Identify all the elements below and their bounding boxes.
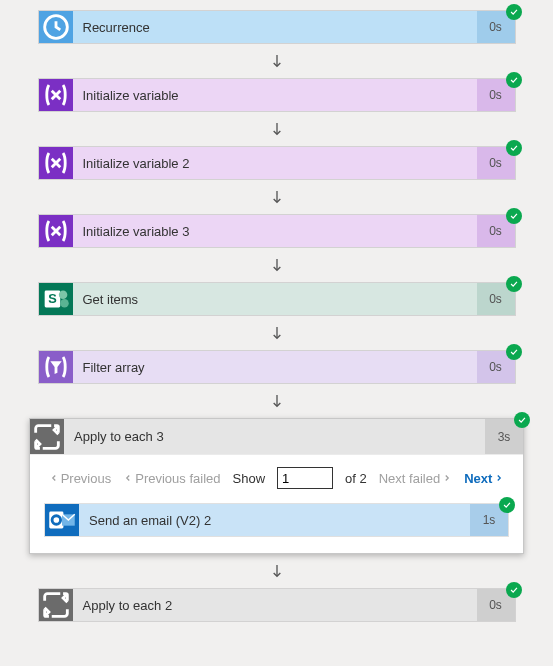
loop-pager: Previous Previous failed Show of 2 Next …	[30, 455, 523, 503]
arrow-down-icon	[269, 44, 285, 78]
variable-icon	[39, 79, 73, 111]
success-badge-icon	[506, 276, 522, 292]
pager-previous-failed[interactable]: Previous failed	[123, 471, 220, 486]
loop-inner: Send an email (V2) 2 1s	[30, 503, 523, 553]
pager-next-failed[interactable]: Next failed	[379, 471, 452, 486]
clock-icon	[39, 11, 73, 43]
arrow-down-icon	[269, 316, 285, 350]
variable-icon	[39, 215, 73, 247]
pager-previous[interactable]: Previous	[49, 471, 112, 486]
pager-previous-failed-label: Previous failed	[135, 471, 220, 486]
pager-current-input[interactable]	[277, 467, 333, 489]
arrow-down-icon	[269, 248, 285, 282]
arrow-down-icon	[269, 112, 285, 146]
step-title: Initialize variable 2	[73, 147, 477, 179]
step-initialize-variable[interactable]: Initialize variable 0s	[38, 78, 516, 112]
loop-icon	[39, 589, 73, 621]
svg-text:S: S	[48, 291, 57, 306]
step-get-items[interactable]: S Get items 0s	[38, 282, 516, 316]
step-title: Filter array	[73, 351, 477, 383]
success-badge-icon	[506, 208, 522, 224]
step-initialize-variable-2[interactable]: Initialize variable 2 0s	[38, 146, 516, 180]
step-apply-to-each-2[interactable]: Apply to each 2 0s	[38, 588, 516, 622]
pager-previous-label: Previous	[61, 471, 112, 486]
step-title: Apply to each 3	[64, 419, 485, 454]
step-title: Recurrence	[73, 11, 477, 43]
step-apply-to-each-3-card: Apply to each 3 3s Previous Previous fai…	[29, 418, 524, 554]
step-recurrence[interactable]: Recurrence 0s	[38, 10, 516, 44]
step-title: Send an email (V2) 2	[79, 504, 470, 536]
chevron-right-icon	[442, 473, 452, 483]
svg-point-4	[60, 299, 69, 308]
success-badge-icon	[506, 344, 522, 360]
success-badge-icon	[506, 582, 522, 598]
success-badge-icon	[514, 412, 530, 428]
success-badge-icon	[499, 497, 515, 513]
arrow-down-icon	[269, 554, 285, 588]
variable-icon	[39, 147, 73, 179]
chevron-right-icon	[494, 473, 504, 483]
step-title: Get items	[73, 283, 477, 315]
filter-icon	[39, 351, 73, 383]
step-send-email[interactable]: Send an email (V2) 2 1s	[44, 503, 509, 537]
step-title: Initialize variable	[73, 79, 477, 111]
step-title: Apply to each 2	[73, 589, 477, 621]
flow-run-diagram: Recurrence 0s Initialize variable 0s Ini…	[0, 10, 553, 622]
pager-of: of 2	[345, 471, 367, 486]
chevron-left-icon	[49, 473, 59, 483]
pager-next-failed-label: Next failed	[379, 471, 440, 486]
step-apply-to-each-3-header[interactable]: Apply to each 3 3s	[30, 419, 523, 455]
success-badge-icon	[506, 72, 522, 88]
pager-next[interactable]: Next	[464, 471, 504, 486]
arrow-down-icon	[269, 384, 285, 418]
sharepoint-icon: S	[39, 283, 73, 315]
step-initialize-variable-3[interactable]: Initialize variable 3 0s	[38, 214, 516, 248]
pager-show-label: Show	[233, 471, 266, 486]
pager-next-label: Next	[464, 471, 492, 486]
step-title: Initialize variable 3	[73, 215, 477, 247]
success-badge-icon	[506, 140, 522, 156]
arrow-down-icon	[269, 180, 285, 214]
loop-icon	[30, 419, 64, 454]
step-filter-array[interactable]: Filter array 0s	[38, 350, 516, 384]
svg-point-3	[58, 291, 67, 300]
outlook-icon	[45, 504, 79, 536]
success-badge-icon	[506, 4, 522, 20]
chevron-left-icon	[123, 473, 133, 483]
